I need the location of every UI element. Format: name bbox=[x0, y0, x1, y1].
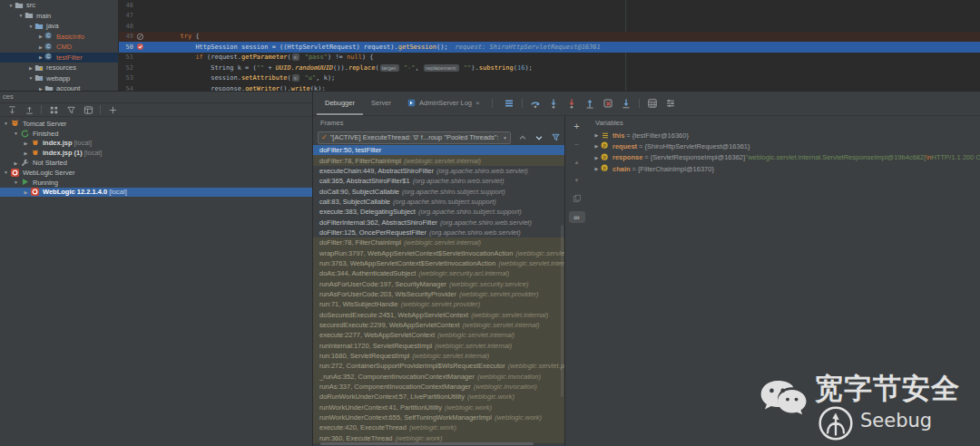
project-tree-item-account[interactable]: ▶account bbox=[0, 83, 118, 91]
expand-all-icon[interactable] bbox=[6, 104, 17, 115]
service-item-index.jsp[interactable]: ▶index.jsp[local] bbox=[0, 139, 312, 149]
service-item-Tomcat Server[interactable]: ▼Tomcat Server bbox=[0, 119, 312, 129]
service-item-WebLogic 12.2.1.4.0[interactable]: ▶WebLogic 12.2.1.4.0[local] bbox=[0, 188, 312, 198]
frame-row[interactable]: run:71, WlsSubjectHandle(weblogic.servle… bbox=[313, 299, 564, 309]
remove-watch-icon[interactable]: − bbox=[571, 139, 583, 150]
add-service-icon[interactable] bbox=[107, 104, 118, 115]
step-into-icon[interactable] bbox=[548, 98, 559, 109]
frame-row[interactable]: runInternal:1720, ServletRequestImpl(web… bbox=[313, 341, 564, 351]
project-tree-item-java[interactable]: ▼java bbox=[0, 21, 118, 32]
frame-row[interactable]: runAsForUserCode:203, WlsSecurityProvide… bbox=[313, 289, 564, 299]
frame-row[interactable]: runWorkUnderContext:41, PartitionUtility… bbox=[313, 402, 564, 412]
tab-debugger[interactable]: Debugger bbox=[317, 92, 363, 115]
frames-horizontal-scrollbar[interactable] bbox=[320, 442, 534, 445]
chevron-expanded-icon[interactable]: ▼ bbox=[2, 170, 10, 175]
frame-row[interactable]: securedExecute:2299, WebAppServletContex… bbox=[313, 320, 564, 330]
chevron-collapsed-icon[interactable]: ▶ bbox=[37, 86, 44, 91]
project-tree-item-resources[interactable]: ▶resources bbox=[0, 63, 118, 73]
chevron-expanded-icon[interactable]: ▼ bbox=[27, 24, 34, 29]
chevron-expanded-icon[interactable]: ▼ bbox=[12, 179, 20, 185]
evaluate-expression-icon[interactable] bbox=[647, 98, 658, 109]
frame-row[interactable]: doSecuredExecute:2451, WebAppServletCont… bbox=[313, 310, 564, 320]
chevron-collapsed-icon[interactable]: ▶ bbox=[37, 44, 44, 50]
chevron-collapsed-icon[interactable]: ▶ bbox=[37, 34, 44, 39]
chevron-collapsed-icon[interactable]: ▶ bbox=[22, 141, 30, 146]
variable-row-response[interactable]: ▶presponse={ServletResponseImpl@16362} "… bbox=[588, 152, 980, 163]
project-tree-item-BasicInfo[interactable]: ▶CBasicInfo bbox=[0, 32, 118, 43]
frame-row[interactable]: call:83, SubjectCallable(org.apache.shir… bbox=[313, 197, 564, 207]
frame-row[interactable]: run:1680, ServletRequestImpl(weblogic.se… bbox=[313, 351, 564, 361]
frame-row[interactable]: doFilter:125, OncePerRequestFilter(org.a… bbox=[313, 228, 564, 238]
layout-menu-icon[interactable] bbox=[504, 98, 514, 109]
step-over-icon[interactable] bbox=[530, 98, 541, 109]
move-watch-down-icon[interactable]: ▼ bbox=[571, 175, 583, 186]
chevron-expanded-icon[interactable]: ▼ bbox=[27, 75, 34, 81]
collapse-all-icon[interactable] bbox=[24, 104, 34, 115]
frame-row[interactable]: doCall:90, SubjectCallable(org.apache.sh… bbox=[313, 186, 564, 196]
layout-settings-icon[interactable] bbox=[665, 98, 676, 109]
chevron-expanded-icon[interactable]: ▼ bbox=[7, 3, 15, 8]
chevron-collapsed-icon[interactable]: ▶ bbox=[27, 65, 34, 71]
chevron-expanded-icon[interactable]: ▼ bbox=[12, 131, 20, 136]
frame-row[interactable]: doFilterInternal:362, AbstractShiroFilte… bbox=[313, 217, 564, 227]
breakpoint-hit-icon[interactable] bbox=[133, 43, 146, 51]
variable-row-request[interactable]: ▶prequest={ShiroHttpServletRequest@16361… bbox=[588, 141, 980, 151]
chevron-collapsed-icon[interactable]: ▶ bbox=[12, 160, 20, 166]
frame-row[interactable]: execute:420, ExecuteThread(weblogic.work… bbox=[313, 422, 564, 432]
frame-row[interactable]: doFilter:78, FilterChainImpl(weblogic.se… bbox=[313, 155, 564, 165]
frame-row[interactable]: doRunWorkUnderContext:57, LivePartitionU… bbox=[313, 392, 564, 402]
previous-frame-icon[interactable] bbox=[517, 132, 528, 143]
chevron-collapsed-icon[interactable]: ▶ bbox=[37, 54, 44, 60]
frame-row[interactable]: call:365, AbstractShiroFilter$1(org.apac… bbox=[313, 176, 564, 186]
service-item-Finished[interactable]: ▼Finished bbox=[0, 129, 312, 139]
thread-selector[interactable]: ✓ "[ACTIVE] ExecuteThread: '0' f...roup … bbox=[318, 131, 511, 144]
frame-row[interactable]: run:272, ContainerSupportProviderImpl$Wl… bbox=[313, 361, 564, 371]
force-step-into-icon[interactable] bbox=[566, 98, 577, 109]
chevron-collapsed-icon[interactable]: ▶ bbox=[593, 143, 601, 149]
inline-watches-icon[interactable]: ∞ bbox=[569, 211, 585, 223]
project-tree-item-CMD[interactable]: ▶CCMD bbox=[0, 42, 118, 53]
group-services-icon[interactable] bbox=[48, 104, 59, 115]
frame-row[interactable]: execute:383, DelegatingSubject(org.apach… bbox=[313, 207, 564, 217]
chevron-collapsed-icon[interactable]: ▶ bbox=[593, 166, 601, 171]
frames-vertical-scrollbar[interactable] bbox=[561, 225, 564, 397]
frame-row[interactable]: doFilter:50, testFilter bbox=[313, 145, 564, 155]
close-tab-icon[interactable]: × bbox=[475, 99, 480, 107]
disabled-breakpoint-icon[interactable] bbox=[133, 33, 146, 41]
run-to-cursor-icon[interactable] bbox=[621, 98, 632, 109]
variable-row-this[interactable]: ▶this={testFilter@16360} bbox=[588, 130, 980, 141]
next-frame-icon[interactable] bbox=[534, 132, 544, 143]
project-tree-item-testFilter[interactable]: ▶CtestFilter bbox=[0, 53, 118, 63]
frame-row[interactable]: run:3763, WebAppServletContext$ServletIn… bbox=[313, 258, 564, 268]
chevron-expanded-icon[interactable]: ▼ bbox=[2, 121, 10, 126]
variable-row-chain[interactable]: ▶pchain={FilterChainImpl@16370} bbox=[588, 163, 980, 174]
code-editor[interactable]: 46474849try {50HttpSession session = ((H… bbox=[119, 0, 980, 91]
chevron-collapsed-icon[interactable]: ▶ bbox=[593, 155, 601, 160]
tab-adminserver-log[interactable]: AdminServer Log × bbox=[399, 92, 488, 115]
frame-row[interactable]: runAs:337, ComponentInvocationContextMan… bbox=[313, 382, 564, 392]
move-watch-up-icon[interactable]: ▲ bbox=[571, 157, 583, 168]
duplicate-watch-icon[interactable] bbox=[571, 193, 583, 204]
frame-row[interactable]: executeChain:449, AbstractShiroFilter(or… bbox=[313, 166, 564, 176]
project-tree-item-webapp[interactable]: ▼webapp bbox=[0, 73, 118, 84]
drop-frame-icon[interactable] bbox=[603, 98, 613, 109]
tab-server[interactable]: Server bbox=[363, 92, 399, 115]
frame-row[interactable]: runAsForUserCode:197, SecurityManager(we… bbox=[313, 278, 564, 288]
step-out-icon[interactable] bbox=[584, 98, 595, 109]
chevron-collapsed-icon[interactable]: ▶ bbox=[22, 150, 30, 156]
filter-services-icon[interactable] bbox=[65, 104, 76, 115]
chevron-collapsed-icon[interactable]: ▶ bbox=[22, 189, 30, 195]
service-item-Running[interactable]: ▼Running bbox=[0, 178, 312, 188]
frame-row[interactable]: execute:2277, WebAppServletContext(weblo… bbox=[313, 330, 564, 340]
frame-row[interactable]: _runAs:352, ComponentInvocationContextMa… bbox=[313, 372, 564, 382]
frame-row[interactable]: doAs:344, AuthenticatedSubject(weblogic.… bbox=[313, 268, 564, 278]
frame-row[interactable]: doFilter:78, FilterChainImpl(weblogic.se… bbox=[313, 238, 564, 247]
project-tree-item-src[interactable]: ▼src bbox=[0, 0, 118, 11]
service-item-index.jsp (1)[interactable]: ▶index.jsp (1)[local] bbox=[0, 148, 312, 158]
frame-row[interactable]: wrapRun:3797, WebAppServletContext$Servl… bbox=[313, 247, 564, 257]
service-item-Not Started[interactable]: ▶Not Started bbox=[0, 158, 312, 168]
frame-row[interactable]: runWorkUnderContext:655, SelfTuningWorkM… bbox=[313, 412, 564, 422]
chevron-expanded-icon[interactable]: ▼ bbox=[17, 13, 24, 18]
service-item-WebLogic Server[interactable]: ▼WebLogic Server bbox=[0, 168, 312, 178]
chevron-collapsed-icon[interactable]: ▶ bbox=[593, 132, 601, 138]
